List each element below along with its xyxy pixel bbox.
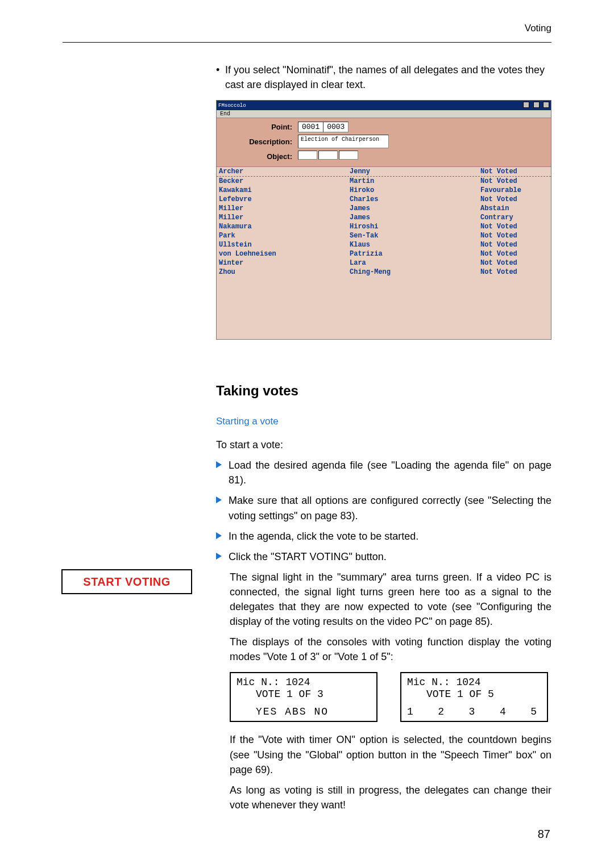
triangle-icon <box>216 461 222 468</box>
intro-bullet-text: If you select "Nominatif", the names of … <box>225 62 551 92</box>
cell-lastname: Winter <box>217 258 347 268</box>
step-1-text: Load the desired agenda file (see "Loadi… <box>229 458 551 487</box>
window-title: FMsoccolo <box>218 103 246 108</box>
after-para-1: The signal light in the "summary" area t… <box>230 570 551 629</box>
cell-vote: Not Voted <box>478 268 551 277</box>
lcd-panel-2: Mic N.: 1024 VOTE 1 OF 5 1 2 3 4 5 <box>400 672 548 722</box>
window-menubar: End <box>217 110 551 118</box>
sub-heading: Starting a vote <box>216 416 551 427</box>
window-titlebar: FMsoccolo <box>217 101 551 110</box>
cell-vote: Abstain <box>478 204 551 213</box>
minimize-icon <box>523 102 529 108</box>
point-value-2[interactable]: 0003 <box>323 122 349 132</box>
point-value-1[interactable]: 0001 <box>298 122 323 132</box>
label-point: Point: <box>221 123 298 131</box>
cell-firstname: James <box>347 213 478 222</box>
object-boxes[interactable] <box>298 151 359 162</box>
cell-firstname: Jenny <box>347 167 478 176</box>
cell-vote: Not Voted <box>478 195 551 204</box>
cell-lastname: Miller <box>217 204 347 213</box>
tail-para-1: If the "Vote with timer ON" option is se… <box>230 732 551 777</box>
table-row: LefebvreCharlesNot Voted <box>217 195 551 204</box>
step-4: Click the "START VOTING" button. <box>216 549 551 564</box>
table-row: MillerJamesContrary <box>217 213 551 222</box>
table-row: MillerJamesAbstain <box>217 204 551 213</box>
cell-lastname: Ullstein <box>217 240 347 249</box>
section-heading: Taking votes <box>216 383 551 399</box>
intro-bullet: • If you select "Nominatif", the names o… <box>216 62 551 92</box>
cell-vote: Not Voted <box>478 240 551 249</box>
step-3: In the agenda, click the vote to be star… <box>216 529 551 544</box>
results-grid: ArcherJennyNot VotedBeckerMartinNot Vote… <box>217 166 551 339</box>
lcd-panel-1: Mic N.: 1024 VOTE 1 OF 3 YES ABS NO <box>230 672 377 722</box>
tail-para-2: As long as voting is still in progress, … <box>230 783 551 812</box>
cell-vote: Not Voted <box>478 258 551 268</box>
cell-lastname: Lefebvre <box>217 195 347 204</box>
label-description: Description: <box>221 137 298 146</box>
cell-firstname: Charles <box>347 195 478 204</box>
cell-lastname: Becker <box>217 177 347 186</box>
table-row: NakamuraHiroshiNot Voted <box>217 222 551 231</box>
description-field[interactable]: Election of Chairperson <box>298 135 389 148</box>
header-rule <box>63 42 551 43</box>
cell-lastname: Park <box>217 231 347 240</box>
cell-firstname: Ching-Meng <box>347 268 478 277</box>
cell-vote: Contrary <box>478 213 551 222</box>
cell-vote: Favourable <box>478 186 551 195</box>
step-1: Load the desired agenda file (see "Loadi… <box>216 458 551 487</box>
table-row: UllsteinKlausNot Voted <box>217 240 551 249</box>
cell-vote: Not Voted <box>478 249 551 258</box>
cell-vote: Not Voted <box>478 222 551 231</box>
results-window: FMsoccolo End Point: 0001 0003 Descripti… <box>216 100 551 340</box>
lcd2-opt-4: 4 <box>500 706 507 718</box>
triangle-icon <box>216 553 222 560</box>
cell-lastname: Archer <box>217 167 347 176</box>
table-row: ArcherJennyNot Voted <box>217 167 551 177</box>
after-para-2: The displays of the consoles with voting… <box>230 635 551 664</box>
running-head: Voting <box>525 23 551 34</box>
cell-firstname: James <box>347 204 478 213</box>
lcd2-line3: 1 2 3 4 5 <box>407 706 541 718</box>
cell-vote: Not Voted <box>478 177 551 186</box>
lcd1-line1: Mic N.: 1024 <box>237 677 371 688</box>
table-row: KawakamiHirokoFavourable <box>217 186 551 195</box>
table-row: ParkSen-TakNot Voted <box>217 231 551 240</box>
cell-firstname: Hiroko <box>347 186 478 195</box>
cell-firstname: Lara <box>347 258 478 268</box>
cell-firstname: Klaus <box>347 240 478 249</box>
cell-lastname: Zhou <box>217 268 347 277</box>
cell-lastname: Nakamura <box>217 222 347 231</box>
lcd2-opt-1: 1 <box>407 706 414 718</box>
form-area: Point: 0001 0003 Description: Election o… <box>217 118 551 166</box>
cell-vote: Not Voted <box>478 231 551 240</box>
lcd2-line1: Mic N.: 1024 <box>407 677 541 688</box>
triangle-icon <box>216 496 222 503</box>
window-control-buttons <box>522 102 549 110</box>
step-4-text: Click the "START VOTING" button. <box>229 549 551 564</box>
close-icon <box>543 102 549 108</box>
cell-firstname: Martin <box>347 177 478 186</box>
table-row: WinterLaraNot Voted <box>217 258 551 268</box>
cell-firstname: Patrizia <box>347 249 478 258</box>
lcd2-line2: VOTE 1 OF 5 <box>407 688 541 700</box>
cell-lastname: Kawakami <box>217 186 347 195</box>
page-number: 87 <box>538 828 550 841</box>
step-2: Make sure that all options are configure… <box>216 493 551 523</box>
lcd2-opt-3: 3 <box>469 706 476 718</box>
table-row: BeckerMartinNot Voted <box>217 177 551 186</box>
step-2-text: Make sure that all options are configure… <box>229 493 551 523</box>
bullet-dot-icon: • <box>216 62 225 92</box>
grid-empty-area <box>217 277 551 339</box>
start-voting-button[interactable]: START VOTING <box>61 569 192 594</box>
cell-firstname: Sen-Tak <box>347 231 478 240</box>
table-row: ZhouChing-MengNot Voted <box>217 268 551 277</box>
lead-text: To start a vote: <box>216 437 551 452</box>
lcd2-opt-2: 2 <box>438 706 445 718</box>
maximize-icon <box>533 102 540 108</box>
lcd1-line2: VOTE 1 OF 3 <box>237 688 371 700</box>
cell-lastname: von Loehneisen <box>217 249 347 258</box>
menu-end[interactable]: End <box>220 111 230 117</box>
lcd1-line3: YES ABS NO <box>237 706 371 718</box>
label-object: Object: <box>221 152 298 161</box>
table-row: von LoehneisenPatriziaNot Voted <box>217 249 551 258</box>
